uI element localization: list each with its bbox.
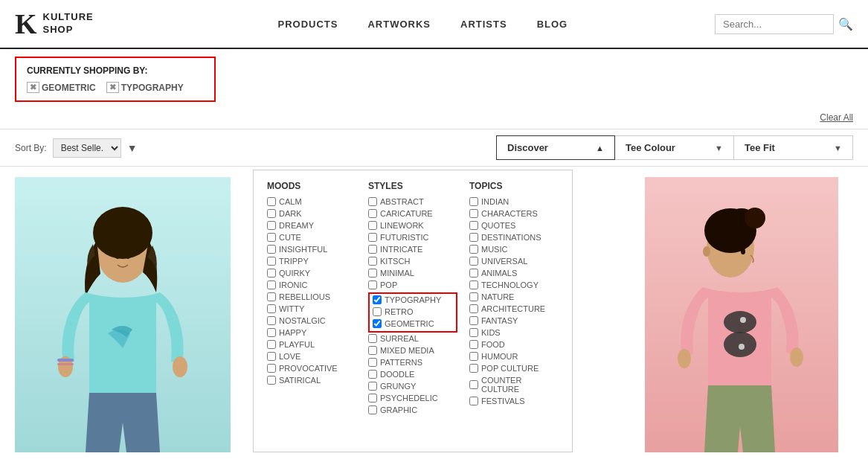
item-calm[interactable]: CALM: [267, 197, 356, 206]
sort-down-arrow[interactable]: ▼: [127, 142, 138, 154]
item-caricature[interactable]: CARICATURE: [368, 209, 457, 218]
item-pop-culture[interactable]: POP CULTURE: [469, 364, 559, 373]
item-trippy[interactable]: TRIPPY: [267, 257, 356, 266]
item-indian[interactable]: INDIAN: [469, 197, 559, 206]
item-humour[interactable]: HUMOUR: [469, 352, 559, 361]
svg-point-11: [745, 208, 765, 228]
tee-colour-arrow-icon: ▼: [715, 144, 723, 153]
item-food[interactable]: FOOD: [469, 340, 559, 349]
clear-all-button[interactable]: Clear All: [820, 112, 853, 123]
discover-arrow-icon: ▲: [596, 144, 604, 153]
item-universal[interactable]: UNIVERSAL: [469, 257, 559, 266]
item-love[interactable]: LOVE: [267, 352, 356, 361]
item-mixed-media[interactable]: MIXED MEDIA: [368, 346, 457, 355]
item-minimal[interactable]: MINIMAL: [368, 269, 457, 278]
tag-geometric[interactable]: ✖ GEOMETRIC: [27, 82, 96, 93]
shopping-label: CURRENTLY SHOPPING BY:: [27, 65, 204, 76]
tag-label-geometric: GEOMETRIC: [42, 83, 96, 93]
item-dark[interactable]: DARK: [267, 209, 356, 218]
item-graphic[interactable]: GRAPHIC: [368, 405, 457, 414]
item-retro[interactable]: RETRO: [373, 307, 453, 316]
svg-point-1: [93, 207, 152, 259]
item-dreamy[interactable]: DREAMY: [267, 221, 356, 230]
item-characters[interactable]: CHARACTERS: [469, 209, 559, 218]
item-provocative[interactable]: PROVOCATIVE: [267, 364, 356, 373]
tee-fit-arrow-icon: ▼: [834, 144, 842, 153]
topics-header: TOPICS: [469, 181, 559, 191]
styles-header: STYLES: [368, 181, 457, 191]
item-festivals[interactable]: FESTIVALS: [469, 397, 559, 405]
discover-panel: MOODS CALM DARK DREAMY CUTE INSIGHTFUL T…: [253, 170, 573, 452]
product-left: [15, 170, 253, 452]
item-psychedelic[interactable]: PSYCHEDELIC: [368, 394, 457, 403]
item-cute[interactable]: CUTE: [267, 233, 356, 242]
item-destinations[interactable]: DESTINATIONS: [469, 233, 559, 242]
discover-dropdown[interactable]: Discover ▲: [496, 135, 615, 160]
item-insightful[interactable]: INSIGHTFUL: [267, 245, 356, 254]
styles-column: STYLES ABSTRACT CARICATURE LINEWORK FUTU…: [362, 181, 463, 417]
item-kitsch[interactable]: KITSCH: [368, 257, 457, 266]
topics-column: TOPICS INDIAN CHARACTERS QUOTES DESTINAT…: [463, 181, 565, 417]
logo-text: KULTURE SHOP: [43, 11, 94, 36]
item-linework[interactable]: LINEWORK: [368, 221, 457, 230]
sort-label: Sort By:: [15, 143, 47, 153]
item-doodle[interactable]: DOODLE: [368, 370, 457, 379]
nav-products[interactable]: PRODUCTS: [278, 19, 338, 30]
item-counter-culture[interactable]: COUNTER CULTURE: [469, 376, 559, 394]
item-happy[interactable]: HAPPY: [267, 328, 356, 337]
nav-blog[interactable]: BLOG: [537, 19, 568, 30]
svg-point-17: [790, 347, 803, 367]
svg-point-14: [740, 317, 746, 323]
search-input[interactable]: [715, 14, 834, 34]
item-surreal[interactable]: SURREAL: [368, 334, 457, 343]
item-animals[interactable]: ANIMALS: [469, 269, 559, 278]
sort-area: Sort By: Best Selle. ▼: [15, 138, 138, 158]
item-intricate[interactable]: INTRICATE: [368, 245, 457, 254]
shopping-filter-box: CURRENTLY SHOPPING BY: ✖ GEOMETRIC ✖ TYP…: [15, 57, 216, 102]
svg-rect-7: [57, 363, 74, 365]
logo[interactable]: K KULTURE SHOP: [15, 7, 94, 40]
search-icon[interactable]: 🔍: [838, 17, 853, 31]
item-fantasy[interactable]: FANTASY: [469, 316, 559, 325]
svg-point-3: [173, 356, 187, 377]
item-ironic[interactable]: IRONIC: [267, 280, 356, 289]
item-typography[interactable]: TYPOGRAPHY: [373, 295, 453, 304]
item-quirky[interactable]: QUIRKY: [267, 269, 356, 278]
item-futuristic[interactable]: FUTURISTIC: [368, 233, 457, 242]
tag-x-geometric[interactable]: ✖: [27, 82, 39, 93]
item-grungy[interactable]: GRUNGY: [368, 382, 457, 391]
nav-artists[interactable]: ARTISTS: [460, 19, 507, 30]
sort-filter-bar: Sort By: Best Selle. ▼ Discover ▲ Tee Co…: [0, 129, 868, 167]
tag-x-typography[interactable]: ✖: [106, 82, 119, 93]
tee-colour-dropdown[interactable]: Tee Colour ▼: [615, 135, 734, 160]
item-patterns[interactable]: PATTERNS: [368, 358, 457, 367]
tee-colour-label: Tee Colour: [626, 142, 675, 153]
item-witty[interactable]: WITTY: [267, 304, 356, 313]
person-svg-left: [15, 177, 231, 452]
sort-select[interactable]: Best Selle.: [53, 138, 121, 158]
item-playful[interactable]: PLAYFUL: [267, 340, 356, 349]
item-pop[interactable]: POP: [368, 280, 457, 289]
item-nature[interactable]: NATURE: [469, 292, 559, 301]
item-abstract[interactable]: ABSTRACT: [368, 197, 457, 206]
product-right: [645, 170, 853, 452]
item-kids[interactable]: KIDS: [469, 328, 559, 337]
svg-rect-6: [57, 359, 74, 362]
item-music[interactable]: MUSIC: [469, 245, 559, 254]
tag-typography[interactable]: ✖ TYPOGRAPHY: [106, 82, 184, 93]
search-area: 🔍: [715, 14, 853, 34]
panel-columns: MOODS CALM DARK DREAMY CUTE INSIGHTFUL T…: [261, 181, 565, 417]
item-quotes[interactable]: QUOTES: [469, 221, 559, 230]
nav-artworks[interactable]: ARTWORKS: [367, 19, 431, 30]
svg-point-19: [703, 246, 710, 257]
item-geometric[interactable]: GEOMETRIC: [373, 319, 453, 328]
moods-column: MOODS CALM DARK DREAMY CUTE INSIGHTFUL T…: [261, 181, 362, 417]
discover-label: Discover: [507, 142, 548, 153]
item-architecture[interactable]: ARCHITECTURE: [469, 304, 559, 313]
item-satirical[interactable]: SATIRICAL: [267, 376, 356, 385]
item-nostalgic[interactable]: NOSTALGIC: [267, 316, 356, 325]
tee-fit-dropdown[interactable]: Tee Fit ▼: [734, 135, 853, 160]
highlight-box: TYPOGRAPHY RETRO GEOMETRIC: [368, 292, 457, 333]
item-technology[interactable]: TECHNOLOGY: [469, 280, 559, 289]
item-rebellious[interactable]: REBELLIOUS: [267, 292, 356, 301]
